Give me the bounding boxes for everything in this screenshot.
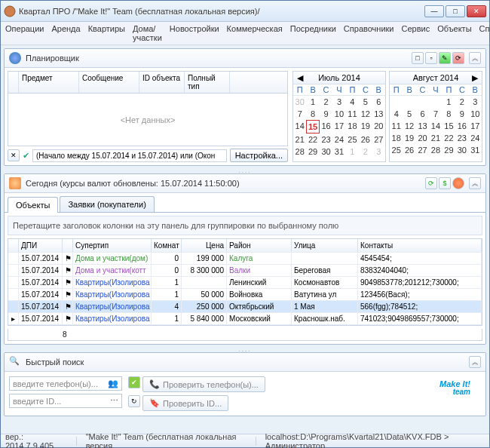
cal-day[interactable]: 14 [429,120,442,132]
collapse-icon[interactable]: ︽ [469,52,481,64]
cal-day[interactable]: 31 [469,144,482,156]
cal-day[interactable]: 4 [390,108,403,120]
cal-day[interactable]: 7 [429,108,442,120]
tab[interactable]: Заявки (покупатели) [60,196,154,212]
cal-day[interactable]: 28 [293,146,306,158]
cal-day[interactable]: 11 [390,120,403,132]
cal-day[interactable]: 1 [346,146,359,158]
cal-day[interactable]: 8 [306,108,319,120]
cal-day[interactable]: 8 [443,108,455,120]
cal-day[interactable]: 18 [346,120,359,133]
cal-day[interactable]: 17 [469,120,482,132]
refresh-icon[interactable]: ⟳ [425,177,437,189]
table-row[interactable]: ▸15.07.2014⚑Квартиры(Изолирова15 840 000… [8,313,482,325]
cal-day[interactable]: 21 [293,133,306,146]
table-row[interactable]: 15.07.2014⚑Квартиры(Изолирова150 000Войн… [8,289,482,301]
tab[interactable]: Объекты [8,197,58,213]
cal-day[interactable]: 1 [306,96,319,108]
check-phone-button[interactable]: 📞 Проверить телефон(ы)... [142,376,265,392]
cal-day[interactable]: 30 [320,146,332,158]
cal-day[interactable]: 9 [455,108,468,120]
table-row[interactable]: 15.07.2014⚑Квартиры(Изолирова1ЛенинскийК… [8,277,482,289]
cal-day[interactable]: 5 [403,108,415,120]
cal-day[interactable]: 3 [372,146,385,158]
cal-day[interactable]: 16 [320,120,332,133]
filter-clear-icon[interactable]: ✕ [8,149,20,161]
cal-day[interactable]: 6 [416,108,429,120]
menu-item[interactable]: Справка [479,24,490,42]
cal-day[interactable]: 20 [416,132,429,144]
go-id-icon[interactable]: ↻ [128,395,140,407]
currency-usd-icon[interactable]: $ [439,177,451,189]
group-panel[interactable]: Перетащите заголовок колонки на эту пане… [8,216,482,235]
cal-day[interactable]: 19 [359,120,372,133]
maximize-button[interactable]: □ [446,5,465,17]
cal-day[interactable]: 24 [332,133,345,146]
grid-col-header[interactable]: Комнат [152,239,182,252]
col-header[interactable]: Предмет [19,72,79,93]
table-row[interactable]: 15.07.2014⚑Квартиры(Изолирова4250 000Окт… [8,301,482,313]
cal-day[interactable]: 30 [455,144,468,156]
table-row[interactable]: 15.07.2014⚑Дома и участки(дом)0199 000Ка… [8,253,482,265]
cal-day[interactable]: 21 [429,132,442,144]
cal-day[interactable]: 24 [469,132,482,144]
table-row[interactable]: 15.07.2014⚑Дома и участки(котт08 300 000… [8,265,482,277]
menu-item[interactable]: Дома/участки [133,24,162,42]
cal-day[interactable]: 19 [403,132,415,144]
panel-btn-1[interactable]: □ [412,52,424,64]
menu-item[interactable]: Коммерческая [227,24,283,42]
grid-col-header[interactable]: Контакты [358,239,482,252]
cal-prev-icon[interactable]: ◀ [295,73,305,83]
panel-btn-4[interactable]: ⟳ [452,52,464,64]
collapse-icon[interactable]: ︽ [469,177,481,189]
grid-col-header[interactable]: ДПИ [19,239,63,252]
cal-day[interactable]: 4 [346,96,359,108]
cal-day[interactable]: 25 [390,144,403,156]
cal-day[interactable]: 30 [293,96,306,108]
cal-day[interactable]: 5 [359,96,372,108]
menu-item[interactable]: Операции [5,24,44,42]
col-marker[interactable] [8,72,19,93]
cal-day[interactable]: 2 [320,96,332,108]
cal-day[interactable]: 15 [443,120,455,132]
filter-settings-button[interactable]: Настройка... [230,149,288,162]
cal-day[interactable]: 7 [293,108,306,120]
cal-day[interactable]: 28 [429,144,442,156]
menu-item[interactable]: Объекты [437,24,471,42]
cal-day[interactable]: 10 [332,108,345,120]
cal-day[interactable]: 18 [390,132,403,144]
menu-item[interactable]: Сервис [402,24,430,42]
cal-day[interactable]: 11 [346,108,359,120]
menu-item[interactable]: Аренда [51,24,80,42]
panel-btn-2[interactable]: ▫ [425,52,437,64]
cal-day[interactable]: 3 [469,96,482,108]
cal-day[interactable]: 2 [455,96,468,108]
phone-input[interactable]: введите телефон(ы)...👥 [9,376,122,391]
menu-item[interactable]: Квартиры [88,24,125,42]
col-header[interactable]: Полный тип [185,72,230,93]
cal-day[interactable]: 31 [332,146,345,158]
cal-day[interactable]: 12 [359,108,372,120]
cal-day[interactable]: 2 [359,146,372,158]
cal-day[interactable]: 13 [416,120,429,132]
cal-day[interactable]: 6 [372,96,385,108]
grid-col-header[interactable]: Супертип [73,239,152,252]
currency-eur-icon[interactable] [452,177,464,189]
cal-day[interactable]: 3 [332,96,345,108]
col-header[interactable]: ID объекта [139,72,185,93]
grid-col-header[interactable] [8,239,19,252]
filter-text[interactable]: (Начало между 15.07.2014 и 15.07.2014) и… [32,149,227,162]
col-header[interactable]: Сообщение [79,72,139,93]
panel-btn-3[interactable]: ✎ [439,52,451,64]
grid-col-header[interactable]: Район [227,239,292,252]
cal-day[interactable]: 20 [372,120,385,133]
cal-day[interactable]: 10 [469,108,482,120]
cal-day[interactable]: 12 [403,120,415,132]
grid-col-header[interactable] [63,239,73,252]
menu-item[interactable]: Новостройки [170,24,219,42]
grid-col-header[interactable]: Улица [292,239,358,252]
cal-day[interactable]: 29 [306,146,319,158]
cal-day[interactable]: 26 [403,144,415,156]
cal-day[interactable]: 27 [372,133,385,146]
cal-day[interactable]: 23 [455,132,468,144]
